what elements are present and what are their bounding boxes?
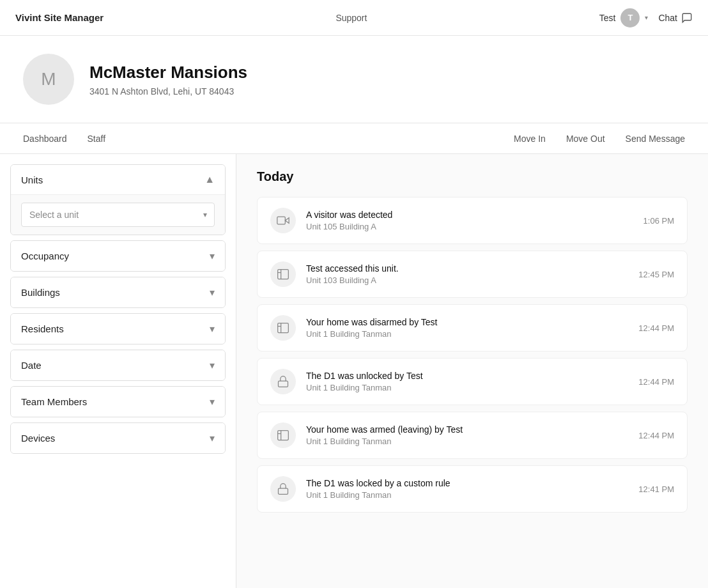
activity-date-label: Today [257, 169, 688, 184]
sub-navigation: Dashboard Staff Move In Move Out Send Me… [0, 123, 708, 154]
activity-title: Your home was armed (leaving) by Test [306, 424, 628, 435]
activity-title: A visitor was detected [306, 210, 633, 220]
collapse-icon: ▲ [204, 174, 215, 185]
subnav-dashboard[interactable]: Dashboard [23, 134, 67, 144]
filter-occupancy-label: Occupancy [21, 251, 69, 261]
filter-section-residents: Residents ▾ [10, 313, 226, 344]
svg-rect-11 [279, 488, 288, 494]
filter-section-units: Units ▲ Select a unit ▾ [10, 164, 226, 235]
subnav-staff[interactable]: Staff [88, 134, 106, 144]
filter-units-header[interactable]: Units ▲ [11, 165, 225, 194]
filter-section-date: Date ▾ [10, 350, 226, 381]
activity-icon-lock [270, 369, 296, 394]
expand-icon-residents: ▾ [210, 323, 215, 335]
expand-icon-occupancy: ▾ [210, 250, 215, 262]
activity-item: Your home was disarmed by Test Unit 1 Bu… [257, 304, 688, 352]
filter-section-buildings: Buildings ▾ [10, 277, 226, 308]
expand-icon-team-members: ▾ [210, 396, 215, 408]
activity-item: The D1 was locked by a custom rule Unit … [257, 465, 688, 513]
property-name: McMaster Mansions [89, 63, 247, 82]
subnav-right: Move In Move Out Send Message [514, 134, 685, 144]
activity-body: The D1 was locked by a custom rule Unit … [306, 478, 628, 500]
activity-sub: Unit 105 Building A [306, 222, 633, 231]
subnav-move-in[interactable]: Move In [514, 134, 546, 144]
unit-select[interactable]: Select a unit [21, 203, 215, 227]
activity-sub: Unit 1 Building Tanman [306, 490, 628, 500]
activity-time: 12:44 PM [638, 377, 674, 387]
sidebar-filters: Units ▲ Select a unit ▾ Occupancy ▾ [0, 154, 236, 588]
activity-time: 12:44 PM [638, 323, 674, 333]
panel-icon [277, 321, 289, 334]
expand-icon-date: ▾ [210, 359, 215, 371]
lock-icon [277, 483, 289, 495]
chat-label: Chat [658, 13, 677, 23]
activity-item: Test accessed this unit. Unit 103 Buildi… [257, 251, 688, 298]
filter-devices-header[interactable]: Devices ▾ [11, 423, 225, 453]
filter-section-team-members: Team Members ▾ [10, 386, 226, 417]
activity-body: A visitor was detected Unit 105 Building… [306, 210, 633, 231]
filter-section-devices: Devices ▾ [10, 422, 226, 454]
user-avatar: T [620, 8, 640, 27]
activity-icon-panel [270, 422, 296, 448]
activity-title: Test accessed this unit. [306, 263, 628, 274]
filter-date-label: Date [21, 360, 42, 371]
filter-date-header[interactable]: Date ▾ [11, 350, 225, 380]
panel-icon [277, 429, 289, 442]
filter-team-members-label: Team Members [21, 396, 87, 407]
lock-icon [277, 375, 289, 388]
filter-units-label: Units [21, 174, 43, 185]
topnav-right: Test T ▾ Chat [599, 8, 693, 27]
filter-residents-header[interactable]: Residents ▾ [11, 314, 225, 344]
activity-time: 1:06 PM [643, 216, 674, 226]
camera-icon [277, 214, 289, 227]
activity-sub: Unit 1 Building Tanman [306, 329, 628, 339]
subnav-move-out[interactable]: Move Out [566, 134, 605, 144]
chevron-down-icon: ▾ [645, 14, 648, 21]
filter-buildings-label: Buildings [21, 287, 60, 298]
activity-time: 12:41 PM [638, 484, 674, 494]
svg-rect-8 [278, 431, 289, 440]
activity-icon-lock [270, 476, 296, 502]
main-content: Units ▲ Select a unit ▾ Occupancy ▾ [0, 154, 708, 588]
user-label: Test [599, 13, 616, 23]
svg-rect-4 [278, 323, 289, 333]
top-navigation: Vivint Site Manager Support Test T ▾ Cha… [0, 0, 708, 36]
activity-item: The D1 was unlocked by Test Unit 1 Build… [257, 358, 688, 405]
activity-icon-camera [270, 208, 296, 233]
filter-units-content: Select a unit ▾ [11, 194, 225, 235]
svg-rect-0 [277, 217, 286, 224]
expand-icon-devices: ▾ [210, 432, 215, 444]
panel-icon [277, 268, 289, 281]
chat-button[interactable]: Chat [658, 12, 693, 24]
brand-title: Vivint Site Manager [15, 12, 104, 23]
activity-time: 12:45 PM [638, 270, 674, 279]
unit-select-wrapper: Select a unit ▾ [21, 203, 215, 227]
subnav-left: Dashboard Staff [23, 134, 105, 144]
expand-icon-buildings: ▾ [210, 286, 215, 298]
user-menu[interactable]: Test T ▾ [599, 8, 649, 27]
filter-occupancy-header[interactable]: Occupancy ▾ [11, 241, 225, 271]
activity-sub: Unit 1 Building Tanman [306, 437, 628, 446]
activity-feed: Today A visitor was detected Unit 105 Bu… [236, 154, 708, 588]
filter-devices-label: Devices [21, 433, 55, 444]
activity-body: The D1 was unlocked by Test Unit 1 Build… [306, 371, 628, 392]
activity-body: Your home was armed (leaving) by Test Un… [306, 424, 628, 446]
activity-item: A visitor was detected Unit 105 Building… [257, 197, 688, 244]
filter-residents-label: Residents [21, 323, 64, 334]
activity-title: The D1 was unlocked by Test [306, 371, 628, 381]
activity-body: Your home was disarmed by Test Unit 1 Bu… [306, 317, 628, 339]
property-address: 3401 N Ashton Blvd, Lehi, UT 84043 [89, 86, 247, 97]
chat-icon [681, 12, 693, 24]
support-link[interactable]: Support [335, 13, 367, 23]
activity-time: 12:44 PM [638, 431, 674, 440]
filter-section-occupancy: Occupancy ▾ [10, 240, 226, 272]
activity-title: The D1 was locked by a custom rule [306, 478, 628, 488]
svg-rect-7 [279, 381, 288, 387]
subnav-send-message[interactable]: Send Message [626, 134, 685, 144]
filter-buildings-header[interactable]: Buildings ▾ [11, 277, 225, 307]
activity-sub: Unit 103 Building A [306, 275, 628, 285]
filter-team-members-header[interactable]: Team Members ▾ [11, 387, 225, 417]
property-avatar: M [23, 54, 74, 105]
activity-body: Test accessed this unit. Unit 103 Buildi… [306, 263, 628, 285]
svg-rect-1 [278, 270, 289, 279]
